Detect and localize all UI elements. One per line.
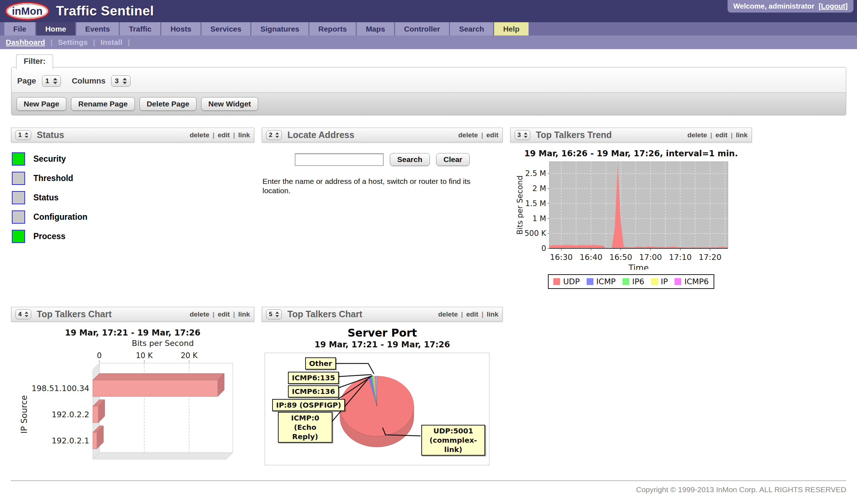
legend-item-ip6: IP6 xyxy=(622,277,644,286)
svg-text:192.0.2.2: 192.0.2.2 xyxy=(52,410,89,419)
stepper-down-icon[interactable] xyxy=(53,82,57,84)
new-page-button[interactable]: New Page xyxy=(16,97,66,111)
locate-search-button[interactable]: Search xyxy=(390,153,430,166)
widget-delete-link[interactable]: delete xyxy=(190,310,209,318)
locate-clear-button[interactable]: Clear xyxy=(436,153,470,166)
widget-delete-link[interactable]: delete xyxy=(687,131,707,139)
legend-item-icmp6: ICMP6 xyxy=(674,277,709,286)
svg-text:17:00: 17:00 xyxy=(639,253,662,262)
subnav-dashboard[interactable]: Dashboard xyxy=(6,38,45,47)
stepper-down-icon[interactable] xyxy=(25,315,28,317)
stepper-arrows-icon[interactable] xyxy=(123,78,127,84)
status-indicator xyxy=(12,230,25,243)
widget-order-stepper[interactable]: 2 xyxy=(266,130,282,140)
widget-link-link[interactable]: link xyxy=(487,310,498,318)
pie-chart-title: Server Port xyxy=(262,327,503,339)
stepper-up-icon[interactable] xyxy=(524,132,527,134)
widget-link-link[interactable]: link xyxy=(238,310,250,318)
stepper-down-icon[interactable] xyxy=(25,136,28,138)
locate-address-input[interactable] xyxy=(295,153,384,166)
trend-chart: 0500 K1 M1.5 M2 M2.5 M16:3016:4016:5017:… xyxy=(510,158,747,270)
status-item-threshold[interactable]: Threshold xyxy=(12,172,253,185)
widget-locate-address: 2 Locate Address delete | edit Search Cl… xyxy=(262,128,503,289)
delete-page-button[interactable]: Delete Page xyxy=(139,97,197,111)
widget-link-link[interactable]: link xyxy=(238,131,250,139)
widget-delete-link[interactable]: delete xyxy=(438,310,458,318)
stepper-up-icon[interactable] xyxy=(123,78,127,80)
sub-nav: Dashboard | Settings | Install | xyxy=(0,35,857,49)
stepper-down-icon[interactable] xyxy=(275,136,279,138)
widget-header: 1 Status delete | edit | link xyxy=(11,128,254,142)
stepper-up-icon[interactable] xyxy=(275,132,279,134)
tab-controller[interactable]: Controller xyxy=(395,22,449,35)
pie-callout-ip89: IP:89 (OSPFIGP) xyxy=(272,399,345,411)
stepper-down-icon[interactable] xyxy=(123,82,127,84)
separator: | xyxy=(731,131,733,139)
tab-hosts[interactable]: Hosts xyxy=(161,22,200,35)
subnav-install[interactable]: Install xyxy=(100,38,122,47)
widget-link-link[interactable]: link xyxy=(736,131,748,139)
svg-text:2 M: 2 M xyxy=(532,184,546,193)
columns-value: 3 xyxy=(115,77,119,85)
tab-file[interactable]: File xyxy=(4,22,35,35)
stepper-up-icon[interactable] xyxy=(275,312,279,314)
welcome-text: Welcome, administrator xyxy=(733,2,814,10)
legend-swatch xyxy=(587,278,593,285)
tab-traffic[interactable]: Traffic xyxy=(120,22,160,35)
separator: | xyxy=(128,38,130,47)
widget-edit-link[interactable]: edit xyxy=(218,131,230,139)
pie-callout-icmp6-136: ICMP6:136 xyxy=(288,385,339,398)
logout-link[interactable]: [Logout] xyxy=(819,2,848,10)
stepper-arrows-icon[interactable] xyxy=(25,132,28,138)
tab-home[interactable]: Home xyxy=(36,22,75,35)
legend-item-udp: UDP xyxy=(553,277,579,286)
svg-text:16:50: 16:50 xyxy=(609,253,632,262)
empty-grid-cell xyxy=(510,307,752,465)
widget-edit-link[interactable]: edit xyxy=(218,310,230,318)
new-widget-button[interactable]: New Widget xyxy=(201,97,258,111)
subnav-settings[interactable]: Settings xyxy=(58,38,88,47)
status-item-configuration[interactable]: Configuration xyxy=(12,210,253,224)
status-item-status[interactable]: Status xyxy=(12,191,253,204)
tab-services[interactable]: Services xyxy=(202,22,250,35)
separator: | xyxy=(481,131,483,139)
widget-header: 3 Top Talkers Trend delete | edit | link xyxy=(510,128,752,142)
stepper-up-icon[interactable] xyxy=(53,78,57,80)
status-indicator xyxy=(12,191,25,204)
stepper-up-icon[interactable] xyxy=(25,312,28,314)
columns-stepper[interactable]: 3 xyxy=(111,75,131,87)
stepper-up-icon[interactable] xyxy=(25,132,28,134)
tab-events[interactable]: Events xyxy=(76,22,119,35)
tab-signatures[interactable]: Signatures xyxy=(251,22,308,35)
widget-delete-link[interactable]: delete xyxy=(458,131,478,139)
status-item-security[interactable]: Security xyxy=(12,152,253,166)
page-stepper[interactable]: 1 xyxy=(42,75,61,87)
widget-header: 5 Top Talkers Chart delete | edit | link xyxy=(262,307,503,322)
stepper-arrows-icon[interactable] xyxy=(53,78,57,84)
widget-delete-link[interactable]: delete xyxy=(190,131,209,139)
widget-order-stepper[interactable]: 4 xyxy=(15,309,31,319)
tab-reports[interactable]: Reports xyxy=(309,22,356,35)
stepper-down-icon[interactable] xyxy=(275,315,279,317)
app-title: Traffic Sentinel xyxy=(56,4,154,19)
stepper-arrows-icon[interactable] xyxy=(275,132,279,138)
widget-order-stepper[interactable]: 1 xyxy=(15,130,31,140)
tab-help[interactable]: Help xyxy=(494,22,529,35)
tab-search[interactable]: Search xyxy=(450,22,493,35)
widget-order-stepper[interactable]: 5 xyxy=(266,309,282,319)
rename-page-button[interactable]: Rename Page xyxy=(71,97,135,111)
stepper-down-icon[interactable] xyxy=(524,136,527,138)
pie-callout-icmp0: ICMP:0 (Echo Reply) xyxy=(278,412,332,443)
tab-maps[interactable]: Maps xyxy=(357,22,394,35)
status-item-label: Threshold xyxy=(33,173,73,183)
widget-order-stepper[interactable]: 3 xyxy=(515,130,530,140)
widget-edit-link[interactable]: edit xyxy=(486,131,498,139)
widget-edit-link[interactable]: edit xyxy=(715,131,728,139)
status-item-process[interactable]: Process xyxy=(12,230,253,243)
stepper-arrows-icon[interactable] xyxy=(275,312,279,317)
status-item-label: Security xyxy=(33,154,66,164)
widget-edit-link[interactable]: edit xyxy=(466,310,478,318)
stepper-arrows-icon[interactable] xyxy=(524,132,527,138)
filter-panel: Filter: Page 1 Columns 3 New Page Rename… xyxy=(11,67,846,115)
stepper-arrows-icon[interactable] xyxy=(25,312,28,317)
